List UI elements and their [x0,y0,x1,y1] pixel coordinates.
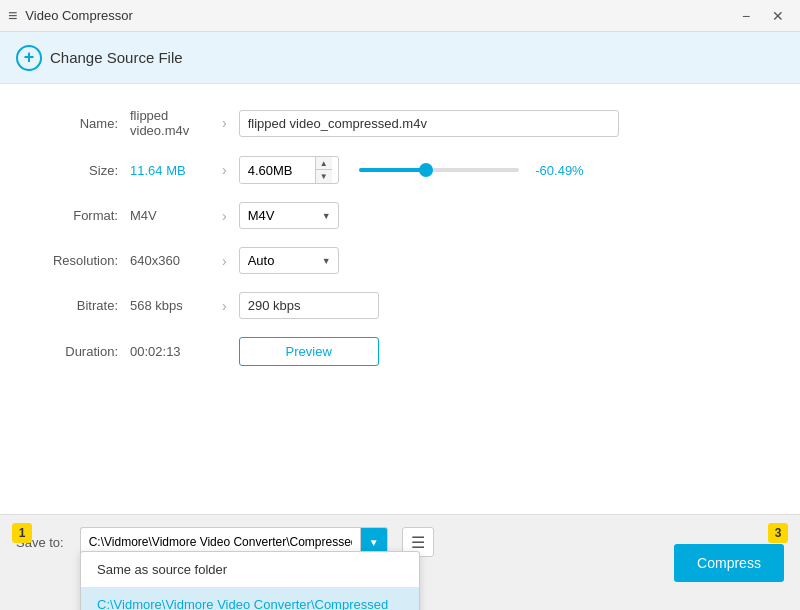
size-output-input[interactable] [240,158,315,183]
toolbar: + Change Source File [0,32,800,84]
name-label: Name: [40,116,130,131]
resolution-label: Resolution: [40,253,130,268]
resolution-select[interactable]: Auto 1920x1080 1280x720 640x360 [239,247,339,274]
size-source-value: 11.64 MB [130,163,210,178]
minimize-button[interactable]: − [732,4,760,28]
arrow-icon: › [222,115,227,131]
size-row: Size: 11.64 MB › ▲ ▼ -60.49% [40,156,760,184]
resolution-arrow-icon: › [222,253,227,269]
compress-button[interactable]: Compress [674,544,784,582]
dropdown-item-same[interactable]: Same as source folder [81,552,419,587]
close-button[interactable]: ✕ [764,4,792,28]
name-output-input[interactable] [239,110,619,137]
bottom-section: 1 Save to: ▼ ☰ Same as source folder C:\… [0,514,800,610]
badge-3: 3 [768,523,788,543]
name-row: Name: flipped video.m4v › [40,108,760,138]
slider-fill [359,168,423,172]
app-icon: ≡ [8,7,17,25]
slider-track[interactable] [359,168,519,172]
duration-row: Duration: 00:02:13 › Preview [40,337,760,366]
resolution-source-value: 640x360 [130,253,210,268]
save-path-dropdown-menu: Same as source folder C:\Vidmore\Vidmore… [80,551,420,610]
bitrate-source-value: 568 kbps [130,298,210,313]
app-title: Video Compressor [25,8,132,23]
format-label: Format: [40,208,130,223]
format-row: Format: M4V › M4V MP4 AVI MOV [40,202,760,229]
change-source-label: Change Source File [50,49,183,66]
size-slider-wrapper: -60.49% [359,163,584,178]
size-arrow-icon: › [222,162,227,178]
dropdown-item-vidmore[interactable]: C:\Vidmore\Vidmore Video Converter\Compr… [81,587,419,610]
bitrate-label: Bitrate: [40,298,130,313]
duration-label: Duration: [40,344,130,359]
main-content: Name: flipped video.m4v › Size: 11.64 MB… [0,84,800,514]
preview-button[interactable]: Preview [239,337,379,366]
change-source-button[interactable]: + Change Source File [16,45,183,71]
titlebar: ≡ Video Compressor − ✕ [0,0,800,32]
format-select-wrapper: M4V MP4 AVI MOV [239,202,339,229]
slider-thumb[interactable] [419,163,433,177]
slider-percent: -60.49% [529,163,584,178]
format-source-value: M4V [130,208,210,223]
bitrate-row: Bitrate: 568 kbps › [40,292,760,319]
size-up-button[interactable]: ▲ [316,157,332,170]
duration-value: 00:02:13 [130,344,210,359]
size-spinner: ▲ ▼ [315,157,332,183]
bitrate-output-input[interactable] [239,292,379,319]
resolution-row: Resolution: 640x360 › Auto 1920x1080 128… [40,247,760,274]
size-label: Size: [40,163,130,178]
resolution-select-wrapper: Auto 1920x1080 1280x720 640x360 [239,247,339,274]
format-arrow-icon: › [222,208,227,224]
format-select[interactable]: M4V MP4 AVI MOV [239,202,339,229]
plus-icon: + [16,45,42,71]
folder-icon: ☰ [411,533,425,552]
window-controls: − ✕ [732,4,792,28]
name-source-value: flipped video.m4v [130,108,210,138]
bitrate-arrow-icon: › [222,298,227,314]
size-down-button[interactable]: ▼ [316,170,332,183]
size-input-wrapper: ▲ ▼ [239,156,339,184]
badge-1: 1 [12,523,32,543]
